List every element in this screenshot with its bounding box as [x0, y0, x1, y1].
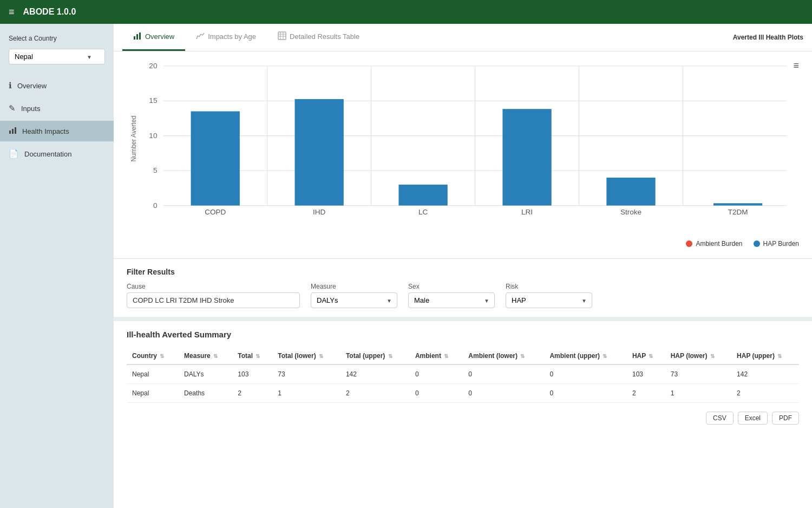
country-select[interactable]: Nepal India Bangladesh: [9, 49, 105, 64]
svg-rect-0: [9, 131, 11, 134]
tab-overview-label: Overview: [145, 32, 174, 41]
summary-table: Country ⇅ Measure ⇅ Total ⇅ Total (lower…: [127, 348, 799, 403]
sidebar-label-inputs: Inputs: [21, 105, 40, 113]
main-content: Overview Impacts by Age: [114, 24, 812, 508]
svg-text:5: 5: [153, 167, 158, 175]
table-title: Ill-health Averted Summary: [127, 330, 799, 339]
col-country[interactable]: Country ⇅: [127, 348, 179, 364]
filter-section: Filter Results Cause COPD LC LRI T2DM IH…: [114, 258, 812, 317]
sex-label: Sex: [408, 283, 495, 290]
doc-icon: 📄: [9, 149, 19, 159]
svg-rect-42: [713, 203, 762, 205]
export-csv-button[interactable]: CSV: [706, 412, 734, 425]
hamburger-icon[interactable]: ≡: [9, 6, 15, 18]
col-ambient[interactable]: Ambient ⇅: [410, 348, 463, 364]
sidebar-item-overview[interactable]: ℹ Overview: [0, 75, 114, 96]
table-row: NepalDALYs1037314200010373142: [127, 364, 799, 384]
tab-impacts-age-label: Impacts by Age: [208, 32, 256, 41]
tab-detailed-results[interactable]: Detailed Results Table: [267, 24, 370, 51]
svg-line-9: [201, 34, 202, 35]
svg-text:0: 0: [153, 201, 158, 210]
col-measure[interactable]: Measure ⇅: [179, 348, 232, 364]
table-body: NepalDALYs1037314200010373142NepalDeaths…: [127, 364, 799, 403]
chart-area: ≡ 0 5 10 15 20 Numb: [114, 51, 812, 258]
svg-rect-34: [295, 99, 344, 206]
col-total-upper[interactable]: Total (upper) ⇅: [340, 348, 410, 364]
impacts-age-icon: [196, 31, 205, 42]
country-select-container: Nepal India Bangladesh: [9, 49, 105, 64]
edit-icon: ✎: [9, 103, 16, 113]
chart-menu-icon[interactable]: ≡: [793, 60, 799, 71]
cause-value[interactable]: COPD LC LRI T2DM IHD Stroke: [127, 292, 300, 308]
filter-measure-group: Measure DALYs Deaths: [311, 283, 397, 308]
svg-rect-32: [191, 112, 240, 206]
tab-overview[interactable]: Overview: [122, 24, 185, 51]
sidebar: Select a Country Nepal India Bangladesh …: [0, 24, 114, 508]
country-select-label: Select a Country: [0, 32, 114, 47]
sidebar-item-inputs[interactable]: ✎ Inputs: [0, 98, 114, 119]
filter-risk-group: Risk HAP Ambient Both: [506, 283, 592, 308]
svg-text:Number Averted: Number Averted: [130, 115, 137, 161]
chart-icon: [9, 126, 17, 136]
export-excel-button[interactable]: Excel: [738, 412, 768, 425]
svg-rect-40: [606, 178, 655, 206]
sex-select-wrapper: Male Female Both: [408, 292, 495, 308]
ambient-dot: [686, 240, 692, 247]
measure-select[interactable]: DALYs Deaths: [311, 292, 397, 308]
legend-hap: HAP Burden: [754, 240, 800, 248]
col-hap-upper[interactable]: HAP (upper) ⇅: [731, 348, 799, 364]
topbar: ≡ ABODE 1.0.0: [0, 0, 812, 24]
country-select-wrapper: Nepal India Bangladesh: [0, 49, 114, 73]
svg-line-10: [202, 33, 204, 35]
sex-select[interactable]: Male Female Both: [408, 292, 495, 308]
legend-ambient-label: Ambient Burden: [696, 240, 742, 248]
svg-text:Stroke: Stroke: [620, 208, 641, 216]
table-tab-icon: [278, 31, 286, 42]
filter-sex-group: Sex Male Female Both: [408, 283, 495, 308]
svg-rect-5: [139, 32, 141, 40]
table-section: Ill-health Averted Summary Country ⇅ Mea…: [114, 317, 812, 433]
svg-rect-1: [12, 129, 14, 134]
col-ambient-lower[interactable]: Ambient (lower) ⇅: [463, 348, 544, 364]
col-hap-lower[interactable]: HAP (lower) ⇅: [665, 348, 731, 364]
sidebar-label-overview: Overview: [17, 82, 47, 90]
risk-select[interactable]: HAP Ambient Both: [506, 292, 592, 308]
col-total[interactable]: Total ⇅: [232, 348, 272, 364]
overview-tab-icon: [133, 31, 142, 42]
svg-rect-4: [136, 34, 138, 40]
sidebar-label-documentation: Documentation: [24, 150, 71, 158]
legend-hap-label: HAP Burden: [763, 240, 800, 248]
sidebar-label-health-impacts: Health Impacts: [22, 127, 69, 135]
filter-cause-group: Cause COPD LC LRI T2DM IHD Stroke: [127, 283, 300, 308]
svg-text:15: 15: [149, 97, 157, 105]
tab-impacts-by-age[interactable]: Impacts by Age: [185, 24, 267, 51]
svg-text:Cause: Cause: [464, 217, 486, 217]
svg-rect-3: [134, 36, 135, 40]
col-ambient-upper[interactable]: Ambient (upper) ⇅: [544, 348, 627, 364]
svg-rect-11: [278, 32, 286, 40]
info-icon: ℹ: [9, 81, 12, 90]
svg-text:T2DM: T2DM: [728, 208, 748, 216]
tabs-right-label: Averted Ill Health Plots: [733, 34, 803, 41]
svg-text:LC: LC: [418, 208, 428, 216]
risk-label: Risk: [506, 283, 592, 290]
legend-ambient: Ambient Burden: [686, 240, 742, 248]
table-header-row: Country ⇅ Measure ⇅ Total ⇅ Total (lower…: [127, 348, 799, 364]
tabs-bar: Overview Impacts by Age: [114, 24, 812, 51]
chart-container: ≡ 0 5 10 15 20 Numb: [127, 60, 799, 233]
measure-label: Measure: [311, 283, 397, 290]
export-pdf-button[interactable]: PDF: [772, 412, 799, 425]
filter-row: Cause COPD LC LRI T2DM IHD Stroke Measur…: [127, 283, 799, 308]
col-total-lower[interactable]: Total (lower) ⇅: [272, 348, 340, 364]
filter-title: Filter Results: [127, 268, 799, 276]
tab-detailed-label: Detailed Results Table: [290, 32, 359, 41]
sidebar-item-health-impacts[interactable]: Health Impacts: [0, 121, 114, 141]
col-hap[interactable]: HAP ⇅: [627, 348, 665, 364]
tabs-left: Overview Impacts by Age: [122, 24, 370, 51]
svg-rect-2: [15, 127, 16, 134]
svg-text:LRI: LRI: [521, 208, 533, 216]
table-row: NepalDeaths212000212: [127, 384, 799, 403]
sidebar-item-documentation[interactable]: 📄 Documentation: [0, 144, 114, 164]
app-title: ABODE 1.0.0: [23, 7, 76, 17]
hap-dot: [754, 240, 760, 247]
